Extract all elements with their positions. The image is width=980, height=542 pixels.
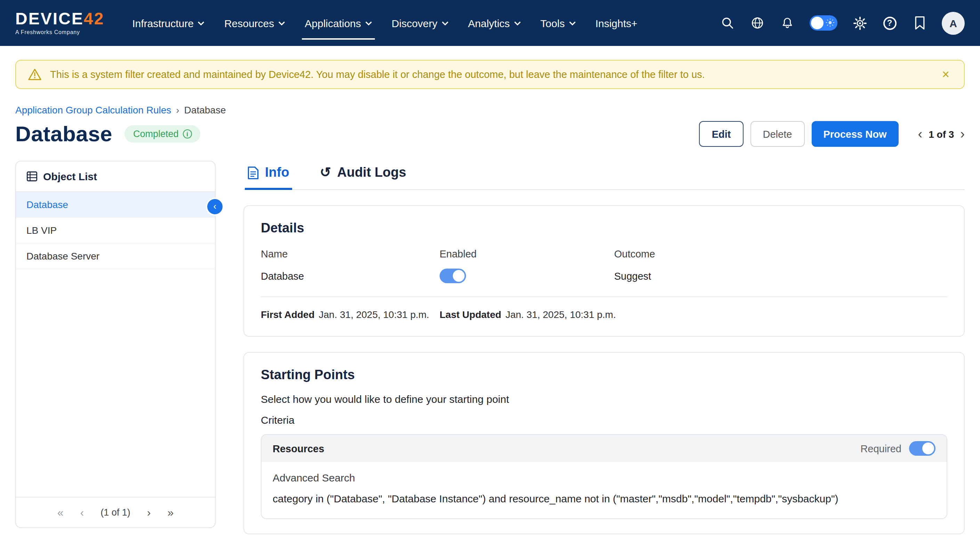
chevron-down-icon — [442, 21, 449, 26]
criteria-label: Criteria — [261, 414, 947, 426]
help-question-mark: ? — [883, 16, 896, 30]
chevron-down-icon — [365, 21, 372, 26]
nav-item-insights[interactable]: Insights+ — [585, 0, 647, 46]
details-divider — [261, 297, 947, 297]
pager-label: 1 of 3 — [929, 128, 954, 140]
search-icon[interactable] — [720, 15, 735, 30]
advanced-search-label: Advanced Search — [273, 472, 935, 483]
nav-item-applications[interactable]: Applications — [295, 0, 382, 46]
tab-bar: Info ↺ Audit Logs — [243, 161, 965, 190]
first-added-value: Jan. 31, 2025, 10:31 p.m. — [319, 309, 430, 320]
nav-label: Tools — [541, 17, 565, 29]
first-added: First AddedJan. 31, 2025, 10:31 p.m. — [261, 309, 439, 320]
history-icon: ↺ — [320, 165, 331, 179]
globe-icon[interactable] — [750, 15, 765, 30]
nav-label: Insights+ — [595, 17, 638, 29]
notifications-bell-icon[interactable] — [780, 15, 795, 30]
breadcrumb-current: Database — [184, 104, 226, 115]
chevron-down-icon — [569, 21, 576, 26]
nav-item-tools[interactable]: Tools — [531, 0, 585, 46]
tab-audit-logs-label: Audit Logs — [337, 165, 406, 180]
info-icon[interactable]: i — [183, 129, 192, 139]
outcome-value: Suggest — [614, 269, 947, 283]
top-navbar: DEVICE42 A Freshworks Company Infrastruc… — [0, 0, 980, 46]
chevron-down-icon — [514, 21, 521, 26]
starting-points-heading: Starting Points — [261, 367, 947, 383]
name-value: Database — [261, 269, 439, 283]
details-card: Details Name Enabled Outcome Database Su… — [243, 205, 965, 337]
object-list-panel: Object List Database LB VIP Database Ser… — [15, 161, 216, 528]
pagination-prev-icon[interactable]: ‹ — [80, 507, 84, 518]
breadcrumb-parent-link[interactable]: Application Group Calculation Rules — [15, 104, 171, 115]
outcome-label: Outcome — [614, 249, 947, 260]
pager-next-icon[interactable]: › — [960, 128, 965, 140]
settings-gear-icon[interactable] — [852, 15, 867, 30]
nav-label: Infrastructure — [132, 17, 194, 29]
chevron-down-icon — [198, 21, 205, 26]
device42-logo[interactable]: DEVICE42 A Freshworks Company — [15, 10, 104, 35]
enabled-label: Enabled — [439, 249, 614, 260]
status-badge: Completed i — [125, 125, 200, 143]
theme-toggle[interactable] — [810, 15, 837, 30]
sidebar-collapse-button[interactable]: ‹ — [207, 199, 223, 214]
enabled-toggle[interactable] — [439, 269, 466, 283]
pager-prev-icon[interactable]: ‹ — [918, 128, 923, 140]
sidebar-spacer — [16, 269, 215, 497]
pagination-next-icon[interactable]: › — [147, 507, 151, 518]
nav-item-resources[interactable]: Resources — [215, 0, 295, 46]
logo-text: DEVICE42 — [15, 10, 104, 27]
process-now-button[interactable]: Process Now — [811, 121, 898, 147]
query-text: category in ("Database", "Database Insta… — [273, 493, 935, 504]
pagination-first-icon[interactable]: « — [57, 507, 64, 518]
edit-button[interactable]: Edit — [699, 121, 743, 147]
tab-info[interactable]: Info — [245, 161, 292, 189]
resources-body: Advanced Search category in ("Database",… — [261, 462, 947, 518]
toggle-knob — [811, 17, 824, 29]
user-avatar[interactable]: A — [942, 11, 965, 34]
last-updated-value: Jan. 31, 2025, 10:31 p.m. — [505, 309, 616, 320]
banner-close-icon[interactable]: × — [939, 67, 952, 82]
resources-box: Resources Required Advanced Search categ… — [261, 434, 947, 519]
warning-icon — [28, 68, 42, 81]
resources-title: Resources — [273, 443, 324, 454]
name-label: Name — [261, 249, 439, 260]
pagination-last-icon[interactable]: » — [167, 507, 173, 518]
starting-points-card: Starting Points Select how you would lik… — [243, 352, 965, 534]
page-actions: Edit Delete Process Now ‹ 1 of 3 › — [699, 121, 965, 147]
required-toggle[interactable] — [909, 441, 935, 456]
tab-audit-logs[interactable]: ↺ Audit Logs — [317, 161, 409, 189]
app-window: DEVICE42 A Freshworks Company Infrastruc… — [0, 0, 980, 542]
nav-label: Applications — [305, 17, 361, 29]
sidebar-item-database-server[interactable]: Database Server — [16, 244, 215, 269]
starting-points-subtitle: Select how you would like to define your… — [261, 393, 947, 405]
nav-label: Analytics — [468, 17, 510, 29]
last-updated: Last UpdatedJan. 31, 2025, 10:31 p.m. — [439, 309, 947, 320]
last-updated-label: Last Updated — [439, 309, 501, 320]
object-list-header: Object List — [16, 161, 215, 192]
sun-icon — [826, 18, 835, 27]
nav-item-analytics[interactable]: Analytics — [458, 0, 531, 46]
object-list-pagination: « ‹ (1 of 1) › » — [16, 497, 215, 528]
dates-row: First AddedJan. 31, 2025, 10:31 p.m. Las… — [261, 309, 947, 322]
details-heading: Details — [261, 220, 947, 236]
delete-button[interactable]: Delete — [751, 121, 805, 147]
system-filter-banner: This is a system filter created and main… — [15, 60, 965, 89]
main-content: Info ↺ Audit Logs Details Name Enabled O… — [243, 161, 965, 534]
status-badge-label: Completed — [133, 129, 179, 139]
main-layout: Object List Database LB VIP Database Ser… — [15, 161, 965, 534]
page-title: Database — [15, 121, 112, 147]
breadcrumb-separator: › — [176, 104, 179, 115]
banner-message: This is a system filter created and main… — [50, 69, 931, 80]
document-icon — [248, 166, 259, 179]
sidebar-item-lb-vip[interactable]: LB VIP — [16, 218, 215, 244]
sidebar-item-database[interactable]: Database — [16, 192, 215, 218]
nav-item-infrastructure[interactable]: Infrastructure — [123, 0, 215, 46]
help-icon[interactable]: ? — [882, 15, 897, 30]
main-nav: Infrastructure Resources Applications Di… — [123, 0, 647, 46]
first-added-label: First Added — [261, 309, 315, 320]
nav-label: Resources — [224, 17, 274, 29]
list-icon — [26, 171, 38, 182]
bookmark-icon[interactable] — [912, 15, 927, 30]
nav-item-discovery[interactable]: Discovery — [382, 0, 458, 46]
logo-accent: 42 — [84, 9, 104, 28]
